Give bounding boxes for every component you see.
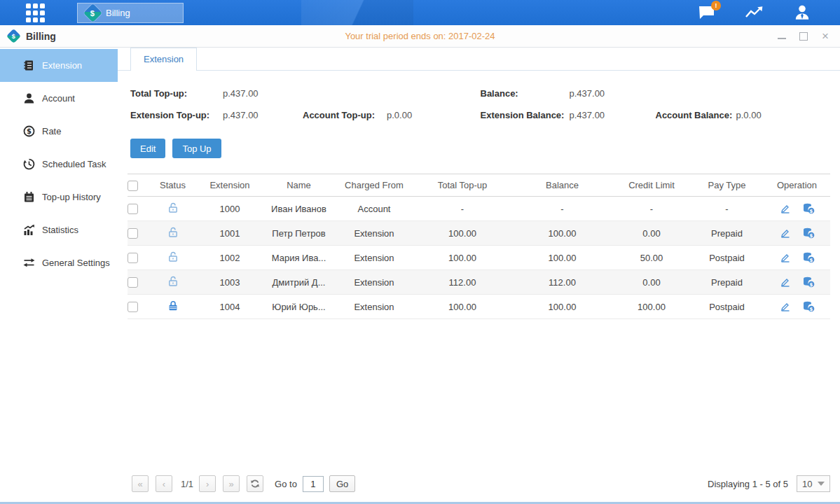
sidebar-item-label: Top-up History <box>42 192 101 202</box>
lock-closed-icon <box>167 300 179 312</box>
minimize-button[interactable] <box>777 31 787 41</box>
top-up-row-icon[interactable]: $ <box>802 252 815 263</box>
sliders-icon <box>23 257 35 269</box>
tab-extension[interactable]: Extension <box>130 48 197 71</box>
top-up-row-icon[interactable]: $ <box>802 301 815 312</box>
cell-total-topup: 100.00 <box>413 221 511 246</box>
col-operation: Operation <box>764 174 830 197</box>
sidebar-item-label: Statistics <box>42 225 78 235</box>
account-balance-label: Account Balance: <box>656 110 736 120</box>
history-clock-icon <box>23 158 35 170</box>
table-row: 1002 Мария Ива... Extension 100.00 100.0… <box>128 246 830 270</box>
total-topup-value: p.437.00 <box>223 88 259 99</box>
last-page-button[interactable]: » <box>223 475 240 492</box>
page-size-select[interactable]: 10 <box>797 475 830 492</box>
sidebar-item-label: Rate <box>42 126 61 136</box>
cell-balance: 100.00 <box>511 221 613 246</box>
lock-open-icon <box>167 202 179 214</box>
taskbar-tab-label: Billing <box>106 8 130 18</box>
cell-balance: 112.00 <box>511 270 613 295</box>
first-page-button[interactable]: « <box>132 475 149 492</box>
tab-bar: Extension <box>118 48 840 71</box>
row-checkbox[interactable] <box>128 204 138 214</box>
previous-page-button[interactable]: ‹ <box>156 475 172 492</box>
account-balance-value: p.0.00 <box>736 110 762 120</box>
col-total-topup: Total Top-up <box>413 174 511 197</box>
col-status: Status <box>149 174 197 197</box>
row-checkbox[interactable] <box>128 253 138 263</box>
refresh-icon <box>250 479 260 489</box>
cell-extension: 1002 <box>197 246 263 270</box>
displaying-count: Displaying 1 - 5 of 5 <box>708 479 788 489</box>
notification-badge: ! <box>711 1 721 10</box>
cell-balance: 100.00 <box>511 246 613 270</box>
sidebar-item-general-settings[interactable]: General Settings <box>0 246 118 279</box>
select-all-checkbox[interactable] <box>128 181 138 191</box>
billing-window: Extension Account $ Rate Scheduled Task … <box>0 48 840 504</box>
refresh-button[interactable] <box>247 475 263 492</box>
cell-charged-from: Extension <box>335 246 413 270</box>
col-charged-from: Charged From <box>335 174 413 197</box>
user-account-icon[interactable] <box>792 4 812 22</box>
cell-total-topup: 100.00 <box>413 295 511 319</box>
maximize-button[interactable] <box>799 31 808 41</box>
balance-label: Balance: <box>481 88 570 99</box>
extension-balance-label: Extension Balance: <box>481 110 570 120</box>
cell-extension: 1004 <box>197 295 263 319</box>
cell-total-topup: - <box>413 197 511 221</box>
top-up-row-icon[interactable]: $ <box>802 203 815 214</box>
edit-row-icon[interactable] <box>780 301 791 312</box>
go-button[interactable]: Go <box>329 475 355 492</box>
sidebar-item-topup-history[interactable]: Top-up History <box>0 181 118 214</box>
table-row: 1004 Юрий Юрь... Extension 100.00 100.00… <box>128 295 830 319</box>
svg-text:$: $ <box>809 282 813 288</box>
sidebar-item-scheduled-task[interactable]: Scheduled Task <box>0 148 118 181</box>
cell-name: Иван Иванов <box>263 197 335 221</box>
edit-row-icon[interactable] <box>780 227 791 239</box>
billing-window-icon: $ <box>6 29 21 43</box>
cell-pay-type: Prepaid <box>690 221 764 246</box>
col-pay-type: Pay Type <box>690 174 764 197</box>
row-checkbox[interactable] <box>128 302 138 312</box>
balance-value: p.437.00 <box>570 88 605 99</box>
taskbar-tab-billing[interactable]: $ Billing <box>77 3 184 23</box>
cell-extension: 1000 <box>197 197 263 221</box>
edit-row-icon[interactable] <box>780 252 791 263</box>
close-button[interactable]: × <box>820 31 830 41</box>
table-row: 1001 Петр Петров Extension 100.00 100.00… <box>128 221 830 246</box>
cell-credit-limit: - <box>613 197 690 221</box>
goto-label: Go to <box>275 479 297 489</box>
sidebar-item-label: Account <box>42 93 75 104</box>
cell-name: Петр Петров <box>263 221 335 246</box>
table-row: 1000 Иван Иванов Account - - - - $ <box>128 197 830 221</box>
col-credit-limit: Credit Limit <box>613 174 690 197</box>
sidebar-item-extension[interactable]: Extension <box>0 49 118 82</box>
sidebar-item-account[interactable]: Account <box>0 82 118 115</box>
ledger-icon <box>23 59 35 71</box>
person-icon <box>23 92 35 104</box>
next-page-button[interactable]: › <box>199 475 216 492</box>
lock-open-icon <box>167 251 179 262</box>
top-up-row-icon[interactable]: $ <box>802 276 815 288</box>
sidebar-item-rate[interactable]: $ Rate <box>0 115 118 148</box>
table-header-row: Status Extension Name Charged From Total… <box>128 174 830 197</box>
app-launcher-icon[interactable] <box>26 4 47 22</box>
row-checkbox[interactable] <box>128 228 138 239</box>
edit-row-icon[interactable] <box>780 203 791 214</box>
goto-page-input[interactable] <box>303 476 324 492</box>
statistics-monitor-icon[interactable] <box>745 4 764 22</box>
cell-extension: 1003 <box>197 270 263 295</box>
row-checkbox[interactable] <box>128 277 138 288</box>
cell-pay-type: Postpaid <box>690 295 764 319</box>
top-up-row-icon[interactable]: $ <box>802 227 815 239</box>
cell-name: Юрий Юрь... <box>263 295 335 319</box>
messages-icon[interactable]: ! <box>697 4 717 22</box>
sidebar-item-statistics[interactable]: Statistics <box>0 214 118 246</box>
sidebar-item-label: Scheduled Task <box>42 159 106 169</box>
top-up-button[interactable]: Top Up <box>172 139 221 158</box>
edit-button[interactable]: Edit <box>130 139 165 158</box>
notepad-icon <box>23 191 35 203</box>
edit-row-icon[interactable] <box>780 276 791 288</box>
total-topup-label: Total Top-up: <box>130 88 223 99</box>
account-topup-value: p.0.00 <box>387 110 412 120</box>
